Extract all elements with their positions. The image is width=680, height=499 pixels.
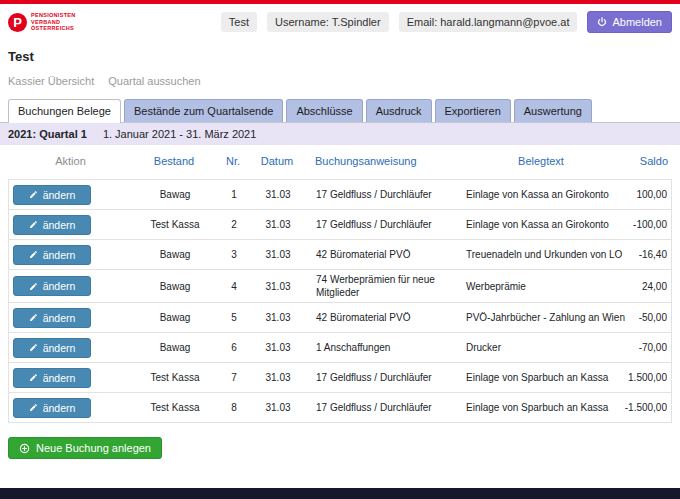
cell-belegtext: Einlage von Sparbuch an Kassa <box>462 402 622 413</box>
cell-buchungsanweisung: 74 Werbeprämien für neue Mitglieder <box>304 270 462 302</box>
table-body: ändern Bawag 1 31.03 17 Geldfluss / Durc… <box>8 179 672 423</box>
edit-button-label: ändern <box>43 402 76 414</box>
cell-belegtext: Einlage von Kassa an Girokonto <box>462 189 622 200</box>
cell-bestand: Bawag <box>134 189 216 200</box>
cell-datum: 31.03 <box>252 189 304 200</box>
username-chip: Username: T.Spindler <box>267 12 389 32</box>
edit-button[interactable]: ändern <box>13 338 91 358</box>
quartal-aussuchen-link[interactable]: Quartal aussuchen <box>108 75 200 87</box>
tab-abschluesse[interactable]: Abschlüsse <box>286 99 362 122</box>
tab-ausdruck[interactable]: Ausdruck <box>366 99 432 122</box>
cell-saldo: -100,00 <box>622 219 671 230</box>
cell-saldo: -16,40 <box>622 249 671 260</box>
pencil-icon <box>29 373 38 382</box>
cell-buchungsanweisung: 42 Büromaterial PVÖ <box>304 245 462 264</box>
footer-bar <box>0 488 680 499</box>
cell-datum: 31.03 <box>252 372 304 383</box>
column-header-nr[interactable]: Nr. <box>215 155 251 167</box>
tab-auswertung[interactable]: Auswertung <box>514 99 592 122</box>
cell-aktion: ändern <box>9 185 134 205</box>
cell-buchungsanweisung: 17 Geldfluss / Durchläufer <box>304 398 462 417</box>
table-row: ändern Bawag 4 31.03 74 Werbeprämien für… <box>8 269 672 303</box>
cell-aktion: ändern <box>9 338 134 358</box>
column-header-datum[interactable]: Datum <box>251 155 303 167</box>
quarter-title: 2021: Quartal 1 <box>8 128 87 140</box>
column-header-bestand[interactable]: Bestand <box>133 155 215 167</box>
cell-bestand: Bawag <box>134 281 216 292</box>
cell-bestand: Test Kassa <box>134 372 216 383</box>
edit-button[interactable]: ändern <box>13 245 91 265</box>
quarter-date-range: 1. Januar 2021 - 31. März 2021 <box>103 128 256 140</box>
cell-nr: 4 <box>216 281 252 292</box>
table-row: ändern Test Kassa 2 31.03 17 Geldfluss /… <box>8 209 672 240</box>
pvoe-logo-icon: P <box>8 13 27 32</box>
pencil-icon <box>29 190 38 199</box>
edit-button[interactable]: ändern <box>13 398 91 418</box>
cell-nr: 3 <box>216 249 252 260</box>
plus-circle-icon <box>19 443 30 454</box>
cell-aktion: ändern <box>9 245 134 265</box>
cell-belegtext: Werbeprämie <box>462 281 622 292</box>
cell-bestand: Test Kassa <box>134 219 216 230</box>
edit-button[interactable]: ändern <box>13 185 91 205</box>
logo-line-3: ÖSTERREICHS <box>31 25 76 32</box>
edit-button-label: ändern <box>43 280 76 292</box>
new-booking-button[interactable]: Neue Buchung anlegen <box>8 437 162 459</box>
cell-datum: 31.03 <box>252 312 304 323</box>
new-booking-button-label: Neue Buchung anlegen <box>36 442 151 454</box>
quarter-info-bar: 2021: Quartal 1 1. Januar 2021 - 31. Mär… <box>0 123 680 145</box>
edit-button-label: ändern <box>43 249 76 261</box>
cell-belegtext: PVÖ-Jahrbücher - Zahlung an Wien <box>462 312 622 323</box>
tab-buchungen-belege[interactable]: Buchungen Belege <box>8 99 121 123</box>
pencil-icon <box>29 313 38 322</box>
column-header-aktion: Aktion <box>8 155 133 167</box>
cell-buchungsanweisung: 17 Geldfluss / Durchläufer <box>304 185 462 204</box>
table-row: ändern Test Kassa 7 31.03 17 Geldfluss /… <box>8 362 672 393</box>
cell-bestand: Bawag <box>134 312 216 323</box>
app-header: P PENSIONISTEN VERBAND ÖSTERREICHS Test … <box>0 4 680 37</box>
edit-button-label: ändern <box>43 372 76 384</box>
logo-line-1: PENSIONISTEN <box>31 12 76 19</box>
cell-belegtext: Drucker <box>462 342 622 353</box>
tab-exportieren[interactable]: Exportieren <box>435 99 511 122</box>
logout-button-label: Abmelden <box>612 16 662 28</box>
cell-datum: 31.03 <box>252 281 304 292</box>
cell-datum: 31.03 <box>252 249 304 260</box>
edit-button[interactable]: ändern <box>13 308 91 328</box>
pvoe-logo: P PENSIONISTEN VERBAND ÖSTERREICHS <box>8 12 76 33</box>
cell-nr: 8 <box>216 402 252 413</box>
cell-buchungsanweisung: 1 Anschaffungen <box>304 338 462 357</box>
edit-button-label: ändern <box>43 342 76 354</box>
tab-bestaende-zum-quartalsende[interactable]: Bestände zum Quartalsende <box>124 99 283 122</box>
cell-bestand: Bawag <box>134 249 216 260</box>
cell-saldo: 24,00 <box>622 281 671 292</box>
column-header-buchungsanweisung[interactable]: Buchungsanweisung <box>303 155 461 167</box>
cell-saldo: -50,00 <box>622 312 671 323</box>
logo-line-2: VERBAND <box>31 19 76 26</box>
pencil-icon <box>29 250 38 259</box>
table-row: ändern Bawag 1 31.03 17 Geldfluss / Durc… <box>8 179 672 210</box>
pencil-icon <box>29 220 38 229</box>
edit-button[interactable]: ändern <box>13 276 91 296</box>
cell-aktion: ändern <box>9 368 134 388</box>
pencil-icon <box>29 282 38 291</box>
bookings-table: Aktion Bestand Nr. Datum Buchungsanweisu… <box>0 145 680 423</box>
column-header-saldo[interactable]: Saldo <box>621 155 672 167</box>
cell-buchungsanweisung: 42 Büromaterial PVÖ <box>304 308 462 327</box>
edit-button[interactable]: ändern <box>13 215 91 235</box>
cell-aktion: ändern <box>9 215 134 235</box>
pencil-icon <box>29 343 38 352</box>
logout-button[interactable]: Abmelden <box>587 11 672 33</box>
edit-button-label: ändern <box>43 312 76 324</box>
edit-button[interactable]: ändern <box>13 368 91 388</box>
cell-buchungsanweisung: 17 Geldfluss / Durchläufer <box>304 368 462 387</box>
cell-belegtext: Einlage von Kassa an Girokonto <box>462 219 622 230</box>
cell-saldo: -70,00 <box>622 342 671 353</box>
cell-aktion: ändern <box>9 398 134 418</box>
column-header-belegtext[interactable]: Belegtext <box>461 155 621 167</box>
cell-belegtext: Einlage von Sparbuch an Kassa <box>462 372 622 383</box>
kassier-uebersicht-link[interactable]: Kassier Übersicht <box>8 75 94 87</box>
cell-saldo: 1.500,00 <box>622 372 671 383</box>
table-row: ändern Bawag 5 31.03 42 Büromaterial PVÖ… <box>8 302 672 333</box>
edit-button-label: ändern <box>43 219 76 231</box>
